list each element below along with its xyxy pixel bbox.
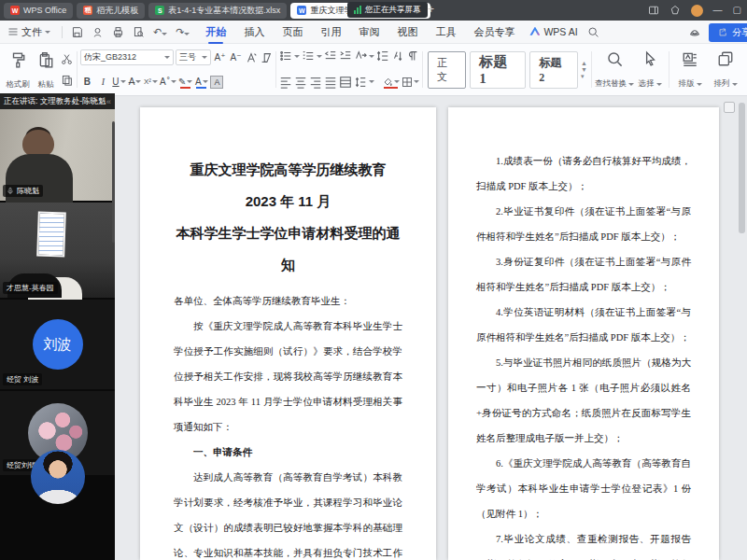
shading-color-button[interactable] bbox=[382, 75, 400, 89]
paragraph[interactable]: 7.毕业论文成绩、查重检测报告、开题报告（指导教师评写签字）、指导意见表（指导教… bbox=[476, 526, 691, 560]
chevron-down-icon[interactable] bbox=[369, 80, 374, 83]
file-menu[interactable]: 文件 bbox=[0, 25, 58, 39]
grow-font-button[interactable]: A⁺ bbox=[213, 50, 227, 64]
menu-tools[interactable]: 工具 bbox=[433, 21, 458, 43]
user-avatar[interactable] bbox=[691, 5, 703, 17]
paragraph[interactable]: 2.毕业证书复印件（须在证书上面签署“与原件相符和学生姓名”后扫描成 PDF 版… bbox=[476, 199, 691, 249]
paragraph[interactable]: 各单位、全体高等学历继续教育毕业生： bbox=[174, 288, 402, 314]
sort-icon[interactable] bbox=[391, 49, 404, 63]
align-left-icon[interactable] bbox=[279, 76, 292, 89]
paragraph[interactable]: 3.身份证复印件（须在证书上面签署“与原件相符和学生姓名”后扫描成 PDF 版本… bbox=[476, 249, 691, 300]
arrange-button[interactable]: 排列 bbox=[708, 47, 743, 92]
paragraph[interactable]: 达到成人高等教育（高等教育自学考试）本科教学计划要求，经考核准予毕业，其课程学习… bbox=[174, 465, 402, 560]
menu-page[interactable]: 页面 bbox=[280, 21, 304, 43]
show-marks-icon[interactable] bbox=[406, 49, 419, 63]
document-page-2[interactable]: 1.成绩表一份（请务必自行核算好平均成绩，扫描成 PDF 版本上交）；2.毕业证… bbox=[448, 107, 719, 560]
menu-insert[interactable]: 插入 bbox=[242, 21, 266, 43]
gallery-more-icon[interactable]: ▾ bbox=[581, 73, 587, 80]
paragraph[interactable]: 6.《重庆文理学院成人高等教育（高等教育自学考试）本科毕业生申请学士学位登记表》… bbox=[476, 451, 691, 526]
search-icon[interactable] bbox=[587, 26, 599, 38]
phonetic-guide-button[interactable]: A˚ bbox=[160, 75, 176, 89]
cut-icon[interactable] bbox=[61, 53, 73, 65]
save-icon[interactable] bbox=[71, 26, 83, 38]
line-spacing-icon[interactable] bbox=[354, 76, 367, 89]
font-color-button[interactable]: A bbox=[194, 75, 208, 89]
paragraph[interactable]: 重庆文理学院高等学历继续教育 2023 年 11 月 bbox=[174, 154, 402, 217]
bold-button[interactable]: B bbox=[80, 75, 94, 89]
copy-icon[interactable] bbox=[61, 74, 73, 86]
paragraph[interactable]: 本科学生学士学位申请材料受理的通知 bbox=[174, 217, 402, 281]
gallery-up-icon[interactable]: ▲ bbox=[581, 60, 587, 66]
menu-member[interactable]: 会员专享 bbox=[472, 21, 516, 43]
tab-wps-home[interactable]: W WPS Office bbox=[4, 3, 73, 19]
superscript-button[interactable]: X² bbox=[144, 75, 158, 89]
paragraph-spacing-icon[interactable] bbox=[376, 49, 389, 63]
paragraph[interactable]: 4.学位英语证明材料（须在证书上面签署“与原件相符和学生姓名”后扫描成 PDF … bbox=[476, 300, 691, 350]
paste-button[interactable]: 粘贴 bbox=[32, 47, 60, 92]
paragraph[interactable]: 按《重庆文理学院成人高等教育本科毕业生学士学位授予工作实施细则（试行）》要求，结… bbox=[174, 314, 402, 440]
menu-home[interactable]: 开始 bbox=[204, 21, 228, 43]
text-effects-icon[interactable] bbox=[245, 51, 258, 64]
find-replace-button[interactable]: 查找替换 bbox=[595, 47, 634, 92]
restore-button[interactable]: ▢ bbox=[733, 6, 741, 15]
wps-ai-button[interactable]: WPS AI bbox=[529, 26, 577, 37]
document-scrollbar[interactable] bbox=[739, 101, 745, 555]
collapse-panel-icon[interactable]: « bbox=[106, 97, 111, 106]
font-size-select[interactable]: 三号 bbox=[176, 49, 211, 65]
chevron-down-icon[interactable] bbox=[294, 55, 300, 58]
redo-button[interactable]: ↷ bbox=[176, 26, 190, 38]
font-name-select[interactable]: 仿宋_GB2312 bbox=[80, 49, 174, 65]
print-icon[interactable] bbox=[112, 26, 124, 38]
shrink-font-button[interactable]: A⁻ bbox=[229, 50, 243, 64]
page-nav-widget[interactable] bbox=[724, 102, 735, 113]
numbered-list-icon[interactable] bbox=[302, 49, 315, 63]
scrollbar-thumb[interactable] bbox=[739, 103, 745, 233]
menu-reference[interactable]: 引用 bbox=[318, 21, 343, 43]
new-tab-button[interactable]: + bbox=[428, 3, 434, 16]
undo-button[interactable]: ↶ bbox=[153, 26, 167, 38]
menu-review[interactable]: 审阅 bbox=[357, 21, 381, 43]
chevron-down-icon[interactable] bbox=[317, 55, 322, 58]
align-right-icon[interactable] bbox=[309, 76, 322, 89]
align-center-icon[interactable] bbox=[294, 76, 307, 89]
participant-scrollbar[interactable] bbox=[112, 121, 115, 243]
member-hat-icon[interactable] bbox=[688, 26, 701, 39]
chevron-down-icon[interactable] bbox=[369, 55, 374, 58]
paragraph[interactable]: 一、申请条件 bbox=[174, 440, 402, 465]
italic-button[interactable]: I bbox=[96, 75, 110, 89]
paragraph[interactable]: 5.与毕业证书照片相同的纸质照片（规格为大一寸）和电子照片各 1 张（电子照片必… bbox=[476, 350, 691, 451]
style-normal[interactable]: 正文 bbox=[428, 51, 466, 89]
paragraph[interactable]: 1.成绩表一份（请务必自行核算好平均成绩，扫描成 PDF 版本上交）； bbox=[476, 148, 691, 199]
justify-icon[interactable] bbox=[324, 76, 337, 89]
bullet-list-icon[interactable] bbox=[279, 49, 292, 63]
format-painter-button[interactable]: 格式刷 bbox=[4, 47, 32, 92]
character-scale-icon[interactable] bbox=[354, 49, 367, 63]
style-heading1[interactable]: 标题 1 bbox=[470, 51, 526, 89]
borders-button[interactable] bbox=[402, 75, 419, 89]
print-preview-icon[interactable] bbox=[133, 26, 145, 38]
output-icon[interactable] bbox=[92, 26, 104, 38]
participant-tile[interactable]: 刘波 经贸 刘波 bbox=[0, 300, 115, 389]
distribute-icon[interactable] bbox=[339, 76, 352, 89]
typeset-button[interactable]: 排版 bbox=[672, 47, 708, 92]
reading-layout-icon[interactable] bbox=[648, 5, 659, 16]
highlight-button[interactable]: ✎ bbox=[178, 75, 192, 89]
gallery-down-icon[interactable]: ▼ bbox=[581, 66, 587, 73]
share-button[interactable]: 分享 bbox=[709, 23, 747, 42]
underline-button[interactable]: U bbox=[112, 75, 126, 89]
theme-skin-icon[interactable] bbox=[669, 5, 681, 16]
participant-tile[interactable]: 陈晓魁 bbox=[0, 109, 115, 201]
document-page-1[interactable]: 重庆文理学院高等学历继续教育 2023 年 11 月本科学生学士学位申请材料受理… bbox=[140, 107, 436, 560]
decrease-indent-icon[interactable] bbox=[324, 49, 337, 63]
tab-spreadsheet[interactable]: S 表1-4-1专业基本情况数据.xlsx bbox=[148, 3, 287, 19]
clear-format-icon[interactable] bbox=[260, 51, 273, 64]
style-heading2[interactable]: 标题 2 bbox=[529, 51, 578, 89]
character-shading-button[interactable]: A bbox=[210, 76, 223, 89]
strikethrough-button[interactable]: A bbox=[128, 75, 142, 89]
participant-tile[interactable]: 才思慧-莫春园 bbox=[0, 203, 115, 298]
menu-view[interactable]: 视图 bbox=[395, 21, 419, 43]
minimize-button[interactable]: — bbox=[713, 6, 723, 15]
select-button[interactable]: 选择 bbox=[634, 47, 666, 92]
tab-docer-template[interactable]: 稻 稻壳儿模板 bbox=[77, 3, 145, 19]
increase-indent-icon[interactable] bbox=[339, 49, 352, 63]
